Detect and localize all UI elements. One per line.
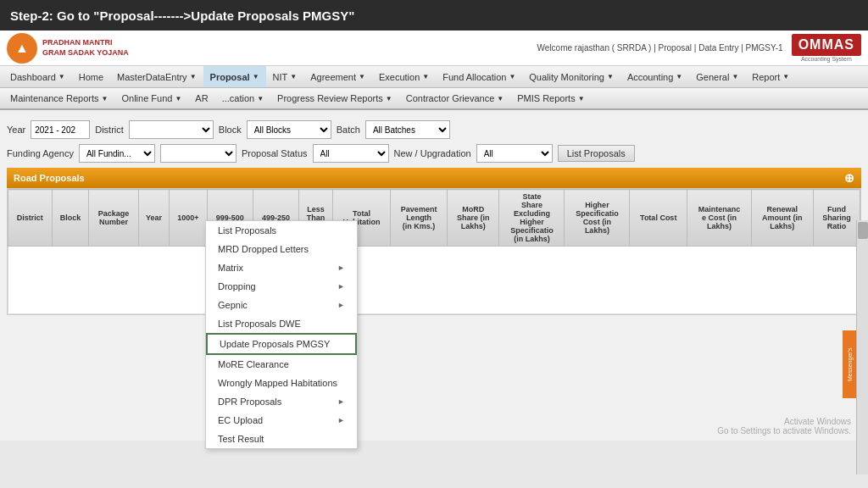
nav-maintenance-reports[interactable]: Maintenance Reports ▼	[3, 88, 114, 108]
nav-master-label: MasterDataEntry	[117, 72, 187, 82]
messenger-label: Messenger's	[847, 347, 853, 380]
th-pavement: PavementLength(in Kms.)	[391, 190, 448, 247]
nav-contractor-arrow: ▼	[497, 95, 504, 103]
funding-agency-select[interactable]: All Fundin...	[79, 144, 155, 163]
nav-report-label: Report	[752, 72, 780, 82]
th-fund-sharing: FundSharingRatio	[813, 190, 860, 247]
nav-execution-arrow: ▼	[422, 73, 429, 80]
nav-maint-label: Maintenance Reports	[10, 93, 99, 103]
nav-online-fund[interactable]: Online Fund ▼	[114, 88, 188, 108]
dropping-arrow: ►	[337, 282, 345, 291]
nav-nit-label: NIT	[273, 72, 288, 82]
messenger-side-tab[interactable]: Messenger's	[843, 330, 856, 398]
activation-watermark: Activate Windows Go to Settings to activ…	[717, 417, 851, 435]
nav-home[interactable]: Home	[72, 66, 110, 87]
right-scrollbar[interactable]	[856, 220, 868, 474]
th-higher-spec: HigherSpecificatioCost (inLakhs)	[565, 190, 630, 247]
filter-row-1: Year District Block All Blocks Batch All…	[7, 120, 861, 139]
nav-quality[interactable]: Quality Monitoring ▼	[522, 66, 620, 87]
dropdown-gepnic[interactable]: Gepnic ►	[206, 296, 357, 314]
dropdown-matrix[interactable]: Matrix ►	[206, 258, 357, 277]
title-text: Step-2: Go to "Proposal------->Update Pr…	[10, 8, 354, 23]
welcome-text: Welcome rajasthan ( SRRDA ) | Proposal |…	[537, 43, 783, 53]
nav-fund-label: Fund Allocation	[442, 72, 506, 82]
list-proposals-button[interactable]: List Proposals	[558, 145, 635, 162]
nav-nit[interactable]: NIT ▼	[266, 66, 304, 87]
nav-pmis-label: PMIS Reports	[517, 93, 575, 103]
block-select[interactable]: All Blocks	[247, 120, 331, 139]
proposal-status-label: Proposal Status	[242, 148, 308, 158]
nav-agreement[interactable]: Agreement ▼	[303, 66, 372, 87]
block-label: Block	[219, 125, 242, 135]
dropdown-mrd-dropped[interactable]: MRD Dropped Letters	[206, 240, 357, 258]
dropdown-list-proposals-dwe[interactable]: List Proposals DWE	[206, 314, 357, 333]
dropdown-dropping[interactable]: Dropping ►	[206, 277, 357, 296]
road-proposals-table-container: District Block PackageNumber Year 1000+ …	[7, 188, 861, 315]
nav-contractor-label: Contractor Grievance	[406, 93, 495, 103]
title-bar: Step-2: Go to "Proposal------->Update Pr…	[0, 0, 868, 30]
nav-pmis-reports[interactable]: PMIS Reports ▼	[510, 88, 591, 108]
nav-ar[interactable]: AR	[188, 88, 214, 108]
nav-cation[interactable]: ...cation ▼	[215, 88, 270, 108]
th-maintenance: Maintenance Cost (inLakhs)	[687, 190, 752, 247]
funding-agency-label: Funding Agency	[7, 148, 74, 158]
nav-cation-arrow: ▼	[257, 95, 264, 103]
nav-progress-label: Progress Review Reports	[277, 93, 383, 103]
dropdown-list-proposals[interactable]: List Proposals	[206, 221, 357, 240]
batch-label: Batch	[337, 125, 360, 135]
nav-contractor-grievance[interactable]: Contractor Grievance ▼	[399, 88, 510, 108]
dropdown-wrongly-mapped[interactable]: Wrongly Mapped Habitations	[206, 374, 357, 392]
batch-select[interactable]: All Batches	[365, 120, 450, 139]
nav-online-arrow: ▼	[175, 95, 181, 103]
nav-online-label: Online Fund	[121, 93, 172, 103]
dropdown-test-result[interactable]: Test Result	[206, 430, 357, 448]
nav-cation-label: ...cation	[222, 93, 255, 103]
proposal-status-select[interactable]: All	[313, 144, 389, 163]
new-upgradation-select[interactable]: All	[476, 144, 553, 163]
th-renewal: RenewalAmount (inLakhs)	[751, 190, 813, 247]
header: ▲ PRADHAN MANTRI GRAM SADAK YOJANA Welco…	[0, 30, 868, 66]
extra-select-1[interactable]	[160, 144, 236, 163]
nav-general[interactable]: General ▼	[689, 66, 745, 87]
nav-home-label: Home	[79, 72, 103, 82]
nav-dashboard[interactable]: Dashboard ▼	[3, 66, 72, 87]
nav-proposal[interactable]: Proposal ▼	[203, 66, 266, 87]
nav-accounting[interactable]: Accounting ▼	[620, 66, 689, 87]
nav-maint-arrow: ▼	[102, 95, 108, 103]
matrix-arrow: ►	[337, 263, 345, 272]
nav-general-label: General	[696, 72, 729, 82]
year-label: Year	[7, 125, 25, 135]
road-proposals-section: Road Proposals ⊕ District Block PackageN…	[7, 168, 861, 315]
dpr-arrow: ►	[337, 397, 345, 406]
nav-master-arrow: ▼	[190, 73, 197, 80]
nav-agreement-label: Agreement	[310, 72, 356, 82]
nav-accounting-arrow: ▼	[676, 73, 682, 80]
road-proposals-title: Road Proposals	[14, 173, 85, 183]
ommas-logo: OMMAS	[792, 34, 861, 56]
dropdown-ec-upload[interactable]: EC Upload ►	[206, 411, 357, 430]
th-state-share: StateShareExcludingHigherSpecificatio(in…	[499, 190, 565, 247]
new-upgradation-label: New / Upgradation	[394, 148, 471, 158]
nav-report[interactable]: Report ▼	[745, 66, 796, 87]
th-package: PackageNumber	[89, 190, 139, 247]
header-right: Welcome rajasthan ( SRRDA ) | Proposal |…	[537, 34, 861, 62]
district-select[interactable]	[129, 120, 214, 139]
nav-bar-1: Dashboard ▼ Home MasterDataEntry ▼ Propo…	[0, 66, 868, 88]
ommas-sub: Accounting System	[792, 56, 861, 62]
nav-progress-review[interactable]: Progress Review Reports ▼	[270, 88, 399, 108]
ec-arrow: ►	[337, 416, 345, 424]
filter-row-2: Funding Agency All Fundin... Proposal St…	[7, 144, 861, 163]
logo-text: PRADHAN MANTRI GRAM SADAK YOJANA	[42, 38, 129, 58]
activation-line1: Activate Windows	[717, 417, 851, 426]
nav-execution-label: Execution	[379, 72, 420, 82]
dropdown-more-clearance[interactable]: MoRE Clearance	[206, 355, 357, 374]
year-input[interactable]	[31, 120, 90, 139]
nav-master-data-entry[interactable]: MasterDataEntry ▼	[110, 66, 203, 87]
nav-execution[interactable]: Execution ▼	[372, 66, 436, 87]
gepnic-arrow: ►	[337, 301, 345, 309]
table-header-row: District Block PackageNumber Year 1000+ …	[8, 190, 860, 247]
nav-fund-allocation[interactable]: Fund Allocation ▼	[436, 66, 522, 87]
dropdown-dpr-proposals[interactable]: DPR Proposals ►	[206, 392, 357, 411]
road-proposals-header: Road Proposals ⊕	[7, 168, 861, 188]
dropdown-update-proposals-pmgsy[interactable]: Update Proposals PMGSY	[206, 333, 357, 355]
